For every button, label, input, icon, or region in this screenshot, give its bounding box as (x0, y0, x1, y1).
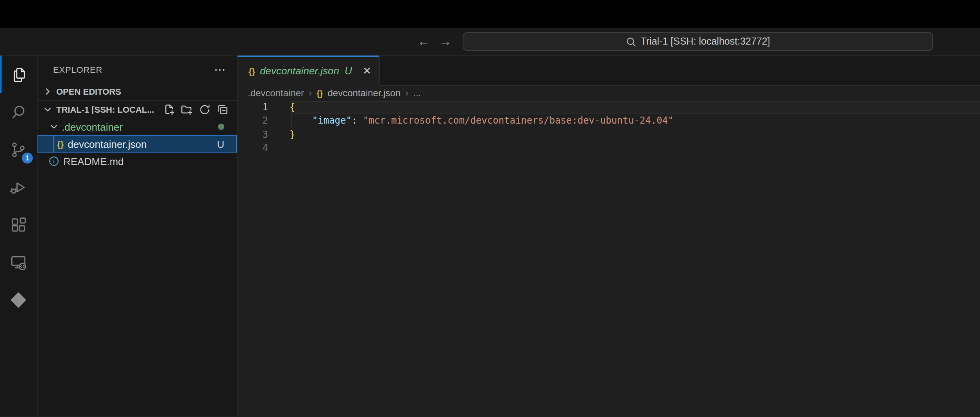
chevron-right-icon (41, 85, 54, 98)
json-file-icon: {} (249, 66, 255, 75)
activity-explorer[interactable] (0, 56, 37, 93)
files-icon (9, 65, 28, 84)
activity-bar: 1 (0, 56, 38, 416)
tab-bar: {} devcontainer.json U ✕ (238, 56, 980, 86)
go-back-button[interactable]: ← (417, 35, 430, 48)
explorer-sidebar: EXPLORER ⋯ OPEN EDITORS TRIAL-1 [SSH: LO… (38, 56, 238, 416)
line-content[interactable]: "image": "mcr.microsoft.com/devcontainer… (290, 114, 980, 128)
line-number[interactable]: 3 (238, 128, 290, 142)
command-center-label: Trial-1 [SSH: localhost:32772] (640, 36, 770, 47)
line-number[interactable]: 1 (238, 101, 290, 114)
chevron-down-icon (48, 120, 60, 133)
chevron-separator: › (309, 88, 312, 99)
chevron-separator: › (405, 88, 408, 99)
line-number[interactable]: 2 (238, 114, 290, 128)
file-label: devcontainer.json (68, 138, 217, 150)
workspace-section: TRIAL-1 [SSH: LOCAL... (38, 100, 237, 170)
search-icon (626, 36, 636, 47)
line-content[interactable] (290, 142, 980, 155)
code-token: : (352, 115, 363, 126)
new-folder-icon[interactable] (181, 103, 193, 116)
tree-item-readme[interactable]: README.md (38, 153, 237, 170)
refresh-icon[interactable] (199, 103, 211, 116)
open-editors-label: OPEN EDITORS (56, 87, 121, 96)
code-token: { (290, 101, 295, 112)
breadcrumb-file[interactable]: devcontainer.json (327, 88, 401, 99)
close-icon[interactable]: ✕ (363, 66, 371, 76)
go-forward-button[interactable]: → (439, 35, 452, 48)
info-file-icon (48, 156, 59, 167)
vscode-window: ← → Trial-1 [SSH: localhost:32772] (0, 0, 980, 417)
breadcrumb-symbol[interactable]: ... (413, 88, 421, 99)
git-added-dot (218, 124, 224, 130)
code-token: "mcr.microsoft.com/devcontainers/base:de… (363, 115, 674, 126)
history-navigation: ← → (417, 28, 452, 55)
code-line-2[interactable]: 2 "image": "mcr.microsoft.com/devcontain… (238, 114, 980, 128)
remote-explorer-icon (9, 252, 28, 272)
command-center-search[interactable]: Trial-1 [SSH: localhost:32772] (463, 32, 933, 51)
line-content[interactable]: } (290, 128, 980, 142)
top-black-strip (0, 0, 980, 28)
sidebar-title: EXPLORER (53, 65, 214, 74)
line-number[interactable]: 4 (238, 142, 290, 155)
run-debug-icon (9, 177, 28, 197)
file-label: README.md (63, 155, 124, 167)
tab-git-badge: U (345, 65, 352, 77)
code-token: "image" (290, 115, 352, 126)
search-icon (9, 102, 28, 122)
diamond-icon (9, 290, 28, 309)
activity-search[interactable] (0, 93, 37, 131)
more-actions-icon[interactable]: ⋯ (214, 63, 226, 75)
activity-extensions[interactable] (0, 206, 37, 243)
tree-item-devcontainer-folder[interactable]: .devcontainer (38, 118, 237, 135)
json-file-icon: {} (57, 139, 64, 149)
breadcrumb-folder[interactable]: .devcontainer (248, 88, 304, 99)
activity-remote-explorer[interactable] (0, 243, 37, 281)
breadcrumb: .devcontainer › {} devcontainer.json › .… (238, 86, 980, 101)
tab-devcontainer-json[interactable]: {} devcontainer.json U ✕ (238, 56, 380, 86)
code-line-1[interactable]: 1 { (238, 101, 980, 114)
sidebar-pane-header: EXPLORER ⋯ (38, 56, 237, 83)
chevron-down-icon (41, 103, 54, 116)
new-file-icon[interactable] (163, 103, 175, 116)
git-untracked-badge: U (217, 138, 224, 150)
folder-label: .devcontainer (62, 121, 218, 133)
source-control-badge: 1 (22, 153, 33, 164)
workspace-header[interactable]: TRIAL-1 [SSH: LOCAL... (38, 101, 237, 118)
code-line-4[interactable]: 4 (238, 142, 980, 155)
line-content[interactable]: { (290, 101, 980, 114)
tree-indent-guide (53, 136, 54, 152)
workbench: 1 (0, 56, 980, 416)
activity-source-control[interactable]: 1 (0, 131, 37, 168)
code-editor[interactable]: 1 { 2 "image": "mcr.microsoft.com/devcon… (238, 101, 980, 416)
code-token: } (290, 129, 295, 140)
explorer-actions (163, 103, 229, 116)
activity-custom-extension[interactable] (0, 281, 37, 318)
tab-label: devcontainer.json (260, 65, 339, 77)
tree-item-devcontainer-json[interactable]: {} devcontainer.json U (38, 135, 237, 153)
activity-run-debug[interactable] (0, 168, 37, 206)
collapse-all-icon[interactable] (216, 103, 229, 116)
extensions-icon (9, 215, 28, 234)
json-file-icon: {} (317, 89, 323, 98)
code-line-3[interactable]: 3 } (238, 128, 980, 142)
open-editors-section[interactable]: OPEN EDITORS (38, 83, 237, 100)
title-bar: ← → Trial-1 [SSH: localhost:32772] (0, 28, 980, 56)
editor-group: {} devcontainer.json U ✕ .devcontainer ›… (238, 56, 980, 416)
workspace-label: TRIAL-1 [SSH: LOCAL... (56, 105, 154, 114)
